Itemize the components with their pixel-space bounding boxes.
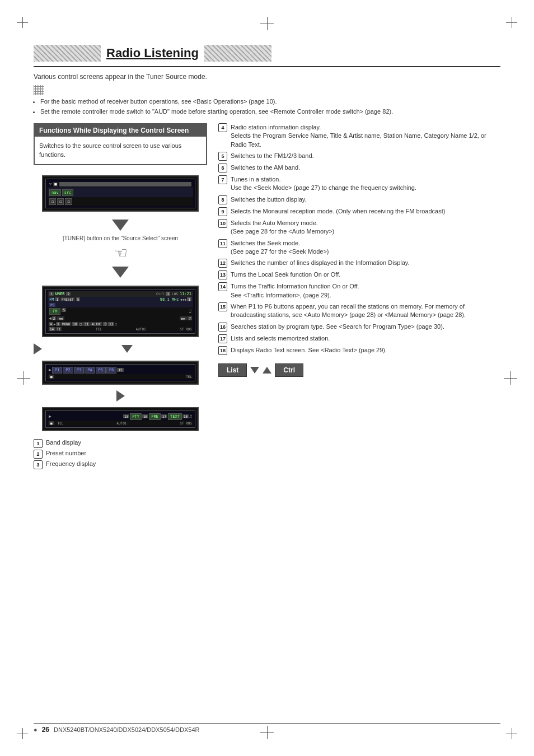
crosshair-top [260, 17, 274, 30]
num-badge-9: 9 [218, 207, 227, 216]
num-3: 3 [34, 460, 43, 469]
page-title: Radio Listening [106, 46, 199, 60]
screen-mockup-preset: ▶ P1 P2 P3 P4 P5 P6 15 ■ TEL [42, 361, 199, 385]
arrow-container-4 [34, 390, 207, 402]
num-badge-14: 14 [218, 282, 227, 291]
right-item-13: 13Turns the Local Seek function On or Of… [218, 270, 500, 279]
model-string: DNX5240BT/DNX5240/DDX5024/DDX5054/DDX54R [54, 726, 199, 733]
right-item-5: 5Switches to the FM1/2/3 band. [218, 152, 500, 161]
num-text-6: Switches to the AM band. [231, 164, 500, 172]
num-text-17: Lists and selects memorized station. [231, 334, 500, 343]
num-badge-16: 16 [218, 323, 227, 332]
right-item-4: 4Radio station information display. Sele… [218, 123, 500, 149]
num-badge-10: 10 [218, 219, 227, 228]
arrow-shape-down-3 [121, 345, 133, 353]
list-ctrl-row: List Ctrl [218, 363, 500, 377]
two-column-layout: Functions While Displaying the Control S… [34, 123, 500, 471]
num-badge-5: 5 [218, 152, 227, 161]
num-text-5: Switches to the FM1/2/3 band. [231, 152, 500, 160]
num-text-4: Radio station information display. Selec… [231, 123, 500, 149]
caption-tuner-button: [TUNER] button on the "Source Select" sc… [34, 235, 207, 241]
num-badge-8: 8 [218, 195, 227, 204]
num-badge-12: 12 [218, 259, 227, 268]
corner-mark-br [506, 728, 517, 739]
right-item-15: 15When P1 to P6 buttons appear, you can … [218, 302, 500, 320]
stripe-left [34, 45, 101, 62]
num-text-10: Selects the Auto Memory mode. (See page … [231, 219, 500, 236]
num-1: 1 [34, 439, 43, 448]
bottom-item-2: 2 Preset number [34, 450, 207, 459]
right-item-16: 16Searches station by program type. See … [218, 323, 500, 332]
num-badge-7: 7 [218, 175, 227, 184]
left-column: Functions While Displaying the Control S… [34, 123, 207, 471]
num-badge-11: 11 [218, 239, 227, 248]
right-item-18: 18Displays Radio Text screen. See <Radio… [218, 346, 500, 355]
tuner-screen-main: 1 UNER 2 Ctrl 1 LOS 11:21 FM 1 [45, 289, 195, 334]
title-row: Radio Listening [34, 45, 500, 62]
num-badge-17: 17 [218, 334, 227, 343]
bottom-item-1: 1 Band display [34, 439, 207, 448]
arrow-down-icon-1 [250, 367, 259, 374]
num-text-18: Displays Radio Text screen. See <Radio T… [231, 346, 500, 354]
tuner-screen-pty: ▶ 15 PTY 16 PRE 17 TEXT 18 ♫ ■ [45, 410, 195, 428]
list-button[interactable]: List [218, 363, 247, 377]
tuner-screen-preset: ▶ P1 P2 P3 P4 P5 P6 15 ■ TEL [45, 364, 195, 381]
right-item-17: 17Lists and selects memorized station. [218, 334, 500, 343]
title-underline [34, 66, 500, 67]
right-items-list: 4Radio station information display. Sele… [218, 123, 500, 355]
ctrl-button[interactable]: Ctrl [275, 363, 303, 377]
function-box: Functions While Displaying the Control S… [34, 123, 207, 165]
crosshair-left [17, 371, 30, 385]
right-item-12: 12Switches the number of lines displayed… [218, 259, 500, 268]
right-item-10: 10Selects the Auto Memory mode. (See pag… [218, 219, 500, 236]
arrow-down-1 [34, 217, 207, 233]
right-item-8: 8Switches the button display. [218, 195, 500, 204]
corner-mark-tr [506, 17, 517, 28]
arrow-up-icon-1 [263, 367, 271, 374]
arrow-shape-2 [112, 267, 129, 278]
num-text-12: Switches the number of lines displayed i… [231, 259, 500, 267]
arrow-shape-1 [112, 220, 129, 231]
right-item-6: 6Switches to the AM band. [218, 164, 500, 172]
corner-mark-bl [17, 728, 28, 739]
arrow-shape-right-1 [34, 343, 42, 354]
bottom-text-3: Frequency display [46, 460, 96, 467]
arrow-down-2 [34, 264, 207, 280]
bullet-item-2: Set the remote controller mode switch to… [40, 108, 500, 116]
bullet-item-1: For the basic method of receiver button … [40, 97, 500, 106]
right-column: 4Radio station information display. Sele… [218, 123, 500, 471]
bottom-item-3: 3 Frequency display [34, 460, 207, 469]
bottom-items: 1 Band display 2 Preset number 3 Frequen… [34, 439, 207, 469]
corner-mark-tl [17, 17, 28, 28]
num-text-9: Selects the Monaural reception mode. (On… [231, 207, 500, 216]
screen-mockup-pty: ▶ 15 PTY 16 PRE 17 TEXT 18 ♫ ■ [42, 407, 199, 431]
screen-mockup-main: 1 UNER 2 Ctrl 1 LOS 11:21 FM 1 [42, 286, 199, 337]
crosshair-right [504, 371, 517, 385]
intro-text: Various control screens appear in the Tu… [34, 73, 500, 81]
num-2: 2 [34, 450, 43, 459]
right-item-14: 14Turns the Traffic Information function… [218, 282, 500, 300]
num-text-8: Switches the button display. [231, 195, 500, 204]
num-badge-15: 15 [218, 302, 227, 311]
stripe-right [204, 45, 271, 62]
num-text-13: Turns the Local Seek function On or Off. [231, 270, 500, 279]
num-badge-13: 13 [218, 270, 227, 279]
page-number: 26 [42, 726, 49, 734]
grid-icon [34, 85, 44, 95]
bottom-text-1: Band display [46, 439, 81, 446]
right-item-11: 11Switches the Seek mode. (See page 27 f… [218, 239, 500, 256]
num-text-15: When P1 to P6 buttons appear, you can re… [231, 302, 500, 320]
tuner-screen-1: ▽ ■ nav src ◻ ◻ ◻ [45, 179, 195, 208]
right-item-7: 7Tunes in a station. Use the <Seek Mode>… [218, 175, 500, 193]
num-text-16: Searches station by program type. See <S… [231, 323, 500, 331]
num-badge-18: 18 [218, 346, 227, 355]
screen-mockup-1: ▽ ■ nav src ◻ ◻ ◻ [42, 175, 199, 212]
num-text-14: Turns the Traffic Information function O… [231, 282, 500, 300]
function-box-header: Functions While Displaying the Control S… [35, 124, 206, 137]
right-item-9: 9Selects the Monaural reception mode. (O… [218, 207, 500, 216]
num-badge-4: 4 [218, 123, 227, 132]
arrow-shape-right-2 [116, 390, 125, 402]
num-text-7: Tunes in a station. Use the <Seek Mode> … [231, 175, 500, 193]
num-text-11: Switches the Seek mode. (See page 27 for… [231, 239, 500, 256]
bullet-list: For the basic method of receiver button … [40, 97, 500, 116]
